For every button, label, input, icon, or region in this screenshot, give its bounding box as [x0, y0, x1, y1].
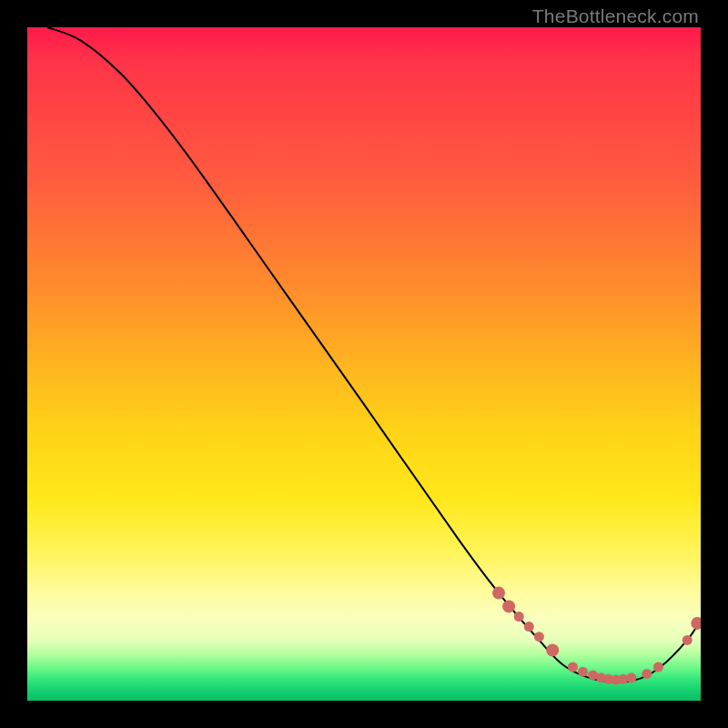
chart-background-gradient	[27, 27, 701, 701]
bottleneck-chart	[27, 27, 701, 701]
watermark-text: TheBottleneck.com	[532, 5, 699, 27]
